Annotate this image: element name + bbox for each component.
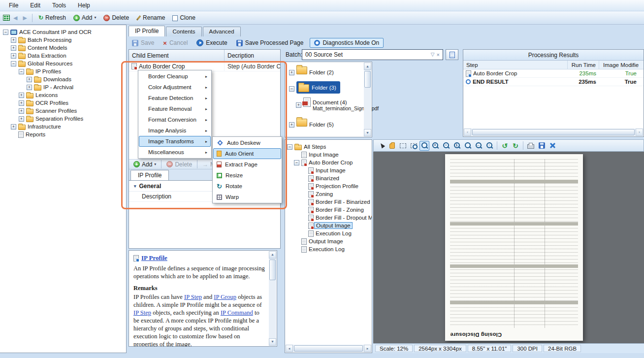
- steps-item-all-steps[interactable]: − All Steps: [285, 143, 372, 151]
- pan-tool-button[interactable]: [387, 141, 397, 151]
- tree-item-downloads[interactable]: + Downloads: [0, 75, 126, 83]
- batch-item-document-4[interactable]: + Document (4) Matt_termination_Signed.p…: [285, 98, 372, 117]
- save-image-button[interactable]: [537, 141, 547, 151]
- clear-filter-icon[interactable]: ×: [437, 52, 440, 58]
- execute-button[interactable]: Execute: [194, 38, 229, 47]
- steps-item-projection-profile[interactable]: Projection Profile: [285, 182, 372, 190]
- menu-tools[interactable]: Tools: [46, 0, 72, 10]
- expand-icon[interactable]: +: [289, 122, 294, 128]
- forward-button[interactable]: ▶: [21, 14, 29, 22]
- menu-item-image-transforms[interactable]: Image Transforms ▸: [139, 136, 211, 147]
- tree-item-lexicons[interactable]: + Lexicons: [0, 91, 126, 99]
- steps-item-zoning[interactable]: Zoning: [285, 190, 372, 198]
- column-header-description[interactable]: Decription: [225, 52, 280, 59]
- scroll-thumb[interactable]: [269, 260, 276, 280]
- print-button[interactable]: [526, 141, 536, 151]
- menu-item-format-conversion[interactable]: Format Conversion ▸: [139, 114, 211, 125]
- image-viewer-canvas[interactable]: Closing Disclosure: [373, 152, 644, 343]
- tab-ip-profile[interactable]: IP Profile: [129, 26, 165, 36]
- scroll-left-button[interactable]: ‹: [464, 129, 471, 136]
- filter-icon[interactable]: ▽: [431, 52, 435, 57]
- steps-item-input-image[interactable]: Input Image: [285, 151, 372, 159]
- rename-button[interactable]: Rename: [133, 13, 168, 23]
- column-header-image-modified[interactable]: Image Modifie: [599, 62, 644, 68]
- menu-file[interactable]: File: [3, 0, 24, 10]
- tree-item-reports[interactable]: Reports: [0, 130, 126, 138]
- steps-item-auto-border-crop[interactable]: − Auto Border Crop: [285, 159, 372, 166]
- tree-item-data-extraction[interactable]: + Data Extraction: [0, 52, 126, 60]
- viewer-settings-button[interactable]: [547, 141, 557, 151]
- scroll-right-button[interactable]: ›: [636, 129, 643, 136]
- steps-item-border-fill-zoning[interactable]: Border Fill - Zoning: [285, 206, 372, 214]
- tree-item-separation-profiles[interactable]: + Separation Profiles: [0, 115, 126, 123]
- batch-item-folder-2[interactable]: + Folder (2): [285, 65, 372, 81]
- tree-item-infrastructure[interactable]: + Infrastructure: [0, 123, 126, 130]
- cancel-button[interactable]: × Cancel: [161, 38, 190, 47]
- scroll-up-button[interactable]: ▲: [364, 63, 371, 70]
- scroll-down-button[interactable]: ▼: [364, 129, 371, 136]
- ip-command-link[interactable]: IP Command: [221, 309, 253, 316]
- ip-step-link[interactable]: IP Step: [184, 293, 202, 300]
- results-row-end[interactable]: END RESULT 235ms True: [463, 78, 644, 86]
- tree-item-ocr-profiles[interactable]: + OCR Profiles: [0, 99, 126, 107]
- scroll-down-button[interactable]: ▼: [269, 338, 276, 346]
- expand-icon[interactable]: +: [296, 102, 301, 108]
- diagnostics-mode-toggle[interactable]: Diagnostics Mode On: [310, 38, 384, 48]
- expand-icon[interactable]: +: [19, 108, 24, 114]
- add-child-button[interactable]: + Add ▾: [131, 161, 159, 168]
- column-header-step[interactable]: Step: [463, 61, 568, 69]
- zoom-region-button[interactable]: [409, 141, 419, 151]
- expand-icon[interactable]: +: [19, 116, 24, 122]
- scroll-right-button[interactable]: ▸: [364, 345, 371, 352]
- expand-icon[interactable]: +: [27, 77, 32, 82]
- menu-item-image-analysis[interactable]: Image Analysis ▸: [139, 125, 211, 136]
- menu-item-feature-removal[interactable]: Feature Removal ▸: [139, 103, 211, 114]
- scroll-up-button[interactable]: ▲: [269, 251, 276, 259]
- steps-item-border-fill-binarized[interactable]: Border Fill - Binarized: [285, 198, 372, 206]
- ip-group-link[interactable]: IP Group: [214, 293, 236, 300]
- help-title-link[interactable]: IP Profile: [141, 254, 167, 262]
- refresh-button[interactable]: ↻ Refresh: [35, 13, 69, 23]
- delete-button[interactable]: − Delete: [100, 13, 132, 23]
- steps-item-execution-log-2[interactable]: Execution Log: [285, 245, 372, 253]
- delete-child-button[interactable]: − Delete: [164, 161, 194, 168]
- collapse-icon[interactable]: −: [287, 144, 292, 150]
- batch-select[interactable]: 00 Source Set ▽ ×: [302, 49, 443, 60]
- steps-item-execution-log[interactable]: Execution Log: [285, 229, 372, 237]
- save-button[interactable]: Save: [129, 38, 157, 47]
- submenu-item-auto-deskew[interactable]: Auto Deskew: [213, 137, 281, 148]
- expand-icon[interactable]: +: [27, 85, 32, 90]
- batch-browse-button[interactable]: [446, 49, 458, 60]
- fit-page-button[interactable]: [463, 141, 473, 151]
- steps-horizontal-scrollbar[interactable]: ◂ ▸: [286, 345, 371, 352]
- tree-item-root[interactable]: − ACE Consultant IP and OCR: [0, 28, 126, 36]
- steps-item-border-fill-dropout[interactable]: Border Fill - Dropout Mas: [285, 214, 372, 222]
- scroll-left-button[interactable]: ◂: [286, 345, 293, 352]
- expand-icon[interactable]: +: [11, 124, 16, 130]
- save-processed-page-button[interactable]: Save Processed Page: [234, 38, 306, 47]
- fit-width-button[interactable]: ↔: [474, 141, 483, 151]
- submenu-item-resize[interactable]: Resize: [213, 170, 281, 181]
- menu-item-color-adjustment[interactable]: Color Adjustment ▸: [139, 82, 211, 93]
- expand-icon[interactable]: +: [19, 93, 24, 98]
- scroll-thumb[interactable]: [364, 71, 371, 88]
- tree-item-batch-processing[interactable]: + Batch Processing: [0, 36, 126, 44]
- add-button[interactable]: + Add ▾: [70, 13, 99, 23]
- pointer-tool-button[interactable]: [376, 141, 386, 151]
- scroll-thumb[interactable]: [294, 345, 363, 352]
- tree-item-scanner-profiles[interactable]: + Scanner Profiles: [0, 107, 126, 115]
- steps-item-input-image-2[interactable]: Input Image: [285, 166, 372, 174]
- zoom-in-button[interactable]: +: [430, 141, 440, 151]
- back-button[interactable]: ◀: [11, 14, 19, 22]
- tree-item-ip-profiles[interactable]: − IP Profiles: [0, 67, 126, 75]
- menu-item-miscellaneous[interactable]: Miscellaneous ▸: [139, 147, 211, 158]
- results-row[interactable]: Auto Border Crop 235ms True: [463, 69, 644, 78]
- submenu-item-rotate[interactable]: ↻ Rotate: [213, 181, 281, 192]
- menu-edit[interactable]: Edit: [24, 0, 46, 10]
- collapse-icon[interactable]: −: [289, 86, 294, 92]
- menu-help[interactable]: Help: [72, 0, 96, 10]
- expand-icon[interactable]: +: [289, 70, 294, 75]
- batch-item-folder-5[interactable]: + Folder (5): [285, 117, 372, 133]
- expand-icon[interactable]: +: [11, 45, 16, 51]
- expand-icon[interactable]: +: [19, 100, 24, 106]
